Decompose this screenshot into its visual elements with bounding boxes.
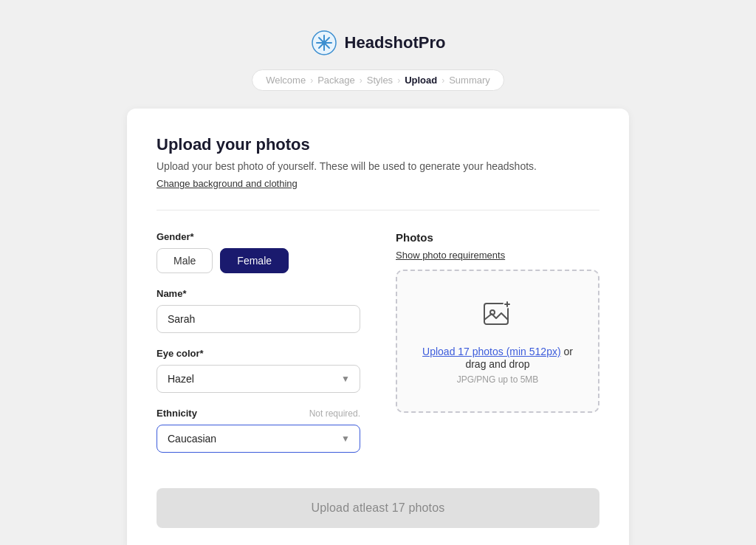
divider [157,210,599,210]
svg-point-5 [322,41,326,45]
page-wrapper: HeadshotPro Welcome › Package › Styles ›… [127,30,629,545]
drag-drop-text: drag and drop [412,358,583,370]
show-requirements-link[interactable]: Show photo requirements [396,250,505,261]
ethnicity-not-required: Not required. [309,408,360,419]
upload-text-or: or [561,346,573,357]
page-title: Upload your photos [157,135,599,154]
name-label: Name* [157,288,360,299]
eye-color-label: Eye color* [157,348,360,359]
header: HeadshotPro [311,30,446,56]
upload-text-line: Upload 17 photos (min 512px) or [412,345,583,358]
breadcrumb-sep-3: › [397,75,400,86]
gender-female-button[interactable]: Female [220,248,289,273]
ethnicity-label: Ethnicity [157,408,197,419]
upload-link[interactable]: Upload 17 photos (min 512px) [422,346,561,357]
eye-color-select-wrapper: Brown Blue Green Hazel Gray ▼ [157,365,360,393]
upload-photo-icon [412,298,583,336]
ethnicity-field-row: Ethnicity Not required. [157,408,360,419]
photo-dropzone[interactable]: Upload 17 photos (min 512px) or drag and… [396,270,599,413]
form-columns: Gender* Male Female Name* Eye color* Bro… [157,231,599,467]
submit-button[interactable]: Upload atleast 17 photos [157,488,599,528]
ethnicity-select[interactable]: Caucasian Asian Black Hispanic Middle Ea… [157,425,360,453]
breadcrumb-welcome: Welcome [266,75,306,86]
breadcrumb-sep-2: › [360,75,362,86]
eye-color-select[interactable]: Brown Blue Green Hazel Gray [157,365,360,393]
breadcrumb-styles: Styles [367,75,393,86]
form-left: Gender* Male Female Name* Eye color* Bro… [157,231,360,467]
ethnicity-select-wrapper: Caucasian Asian Black Hispanic Middle Ea… [157,425,360,453]
upload-hint: JPG/PNG up to 5MB [412,374,583,385]
logo-text: HeadshotPro [345,33,446,52]
change-background-link[interactable]: Change background and clothing [157,178,298,189]
page-subtitle: Upload your best photo of yourself. Thes… [157,160,599,172]
name-input[interactable] [157,305,360,333]
breadcrumb-upload: Upload [405,75,437,86]
gender-label: Gender* [157,231,360,242]
photos-title: Photos [396,231,599,244]
gender-male-button[interactable]: Male [157,248,213,273]
breadcrumb-summary: Summary [449,75,490,86]
form-right: Photos Show photo requirements [396,231,599,467]
main-card: Upload your photos Upload your best phot… [127,109,629,545]
logo-icon [311,30,337,56]
breadcrumb: Welcome › Package › Styles › Upload › Su… [252,69,504,91]
breadcrumb-sep-4: › [441,75,444,86]
breadcrumb-package: Package [317,75,355,86]
gender-buttons: Male Female [157,248,360,273]
breadcrumb-sep-1: › [310,75,313,86]
